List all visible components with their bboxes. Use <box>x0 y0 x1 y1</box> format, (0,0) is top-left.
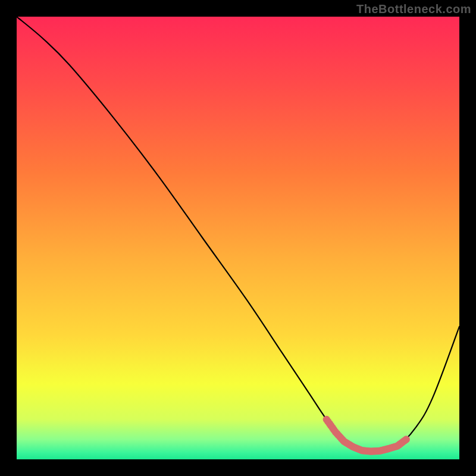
svg-point-54 <box>403 436 410 443</box>
watermark-text: TheBottleneck.com <box>356 2 471 16</box>
chart-plot-area <box>17 17 459 459</box>
chart-svg <box>17 17 459 459</box>
gradient-background <box>17 17 459 459</box>
